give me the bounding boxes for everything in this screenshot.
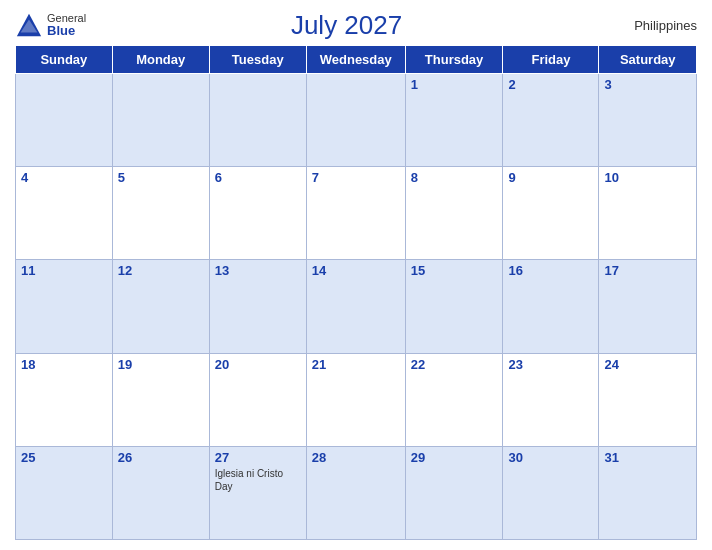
day-number: 17	[604, 263, 618, 278]
logo-icon	[15, 12, 43, 40]
calendar-day-cell	[306, 74, 405, 167]
calendar-day-cell: 22	[405, 353, 503, 446]
calendar-day-cell: 9	[503, 167, 599, 260]
day-number: 10	[604, 170, 618, 185]
day-number: 11	[21, 263, 35, 278]
event-label: Iglesia ni Cristo Day	[215, 467, 301, 493]
day-number: 18	[21, 357, 35, 372]
calendar-day-cell: 16	[503, 260, 599, 353]
logo-text: General Blue	[47, 12, 86, 38]
calendar-day-cell: 13	[209, 260, 306, 353]
calendar-day-cell: 4	[16, 167, 113, 260]
day-number: 19	[118, 357, 132, 372]
calendar-day-cell	[16, 74, 113, 167]
header-tuesday: Tuesday	[209, 46, 306, 74]
calendar-day-cell: 1	[405, 74, 503, 167]
calendar-day-cell: 24	[599, 353, 697, 446]
calendar-week-row: 252627Iglesia ni Cristo Day28293031	[16, 446, 697, 539]
calendar-week-row: 45678910	[16, 167, 697, 260]
calendar-body: 1234567891011121314151617181920212223242…	[16, 74, 697, 540]
logo: General Blue	[15, 12, 86, 40]
calendar-day-cell: 30	[503, 446, 599, 539]
header-thursday: Thursday	[405, 46, 503, 74]
day-number: 31	[604, 450, 618, 465]
day-number: 29	[411, 450, 425, 465]
day-number: 24	[604, 357, 618, 372]
day-number: 2	[508, 77, 515, 92]
header-monday: Monday	[112, 46, 209, 74]
calendar-day-cell: 7	[306, 167, 405, 260]
calendar-day-cell: 5	[112, 167, 209, 260]
calendar-day-cell: 15	[405, 260, 503, 353]
day-number: 25	[21, 450, 35, 465]
calendar-day-cell: 3	[599, 74, 697, 167]
day-number: 5	[118, 170, 125, 185]
calendar-day-cell	[112, 74, 209, 167]
calendar-day-cell: 14	[306, 260, 405, 353]
header-saturday: Saturday	[599, 46, 697, 74]
calendar-day-cell: 19	[112, 353, 209, 446]
calendar-table: Sunday Monday Tuesday Wednesday Thursday…	[15, 45, 697, 540]
calendar-title: July 2027	[86, 10, 607, 41]
day-number: 20	[215, 357, 229, 372]
calendar-header: General Blue July 2027 Philippines	[15, 10, 697, 41]
calendar-day-cell: 31	[599, 446, 697, 539]
calendar-day-cell: 28	[306, 446, 405, 539]
calendar-day-cell: 10	[599, 167, 697, 260]
calendar-day-cell: 26	[112, 446, 209, 539]
day-number: 22	[411, 357, 425, 372]
weekday-header-row: Sunday Monday Tuesday Wednesday Thursday…	[16, 46, 697, 74]
calendar-day-cell: 23	[503, 353, 599, 446]
day-number: 4	[21, 170, 28, 185]
calendar-day-cell	[209, 74, 306, 167]
calendar-day-cell: 2	[503, 74, 599, 167]
calendar-week-row: 18192021222324	[16, 353, 697, 446]
calendar-day-cell: 6	[209, 167, 306, 260]
day-number: 12	[118, 263, 132, 278]
day-number: 3	[604, 77, 611, 92]
day-number: 13	[215, 263, 229, 278]
calendar-week-row: 11121314151617	[16, 260, 697, 353]
calendar-day-cell: 17	[599, 260, 697, 353]
day-number: 27	[215, 450, 229, 465]
day-number: 7	[312, 170, 319, 185]
day-number: 30	[508, 450, 522, 465]
day-number: 1	[411, 77, 418, 92]
day-number: 16	[508, 263, 522, 278]
calendar-day-cell: 25	[16, 446, 113, 539]
header-wednesday: Wednesday	[306, 46, 405, 74]
day-number: 21	[312, 357, 326, 372]
day-number: 8	[411, 170, 418, 185]
calendar-day-cell: 11	[16, 260, 113, 353]
country-label: Philippines	[607, 18, 697, 33]
day-number: 15	[411, 263, 425, 278]
day-number: 14	[312, 263, 326, 278]
calendar-day-cell: 29	[405, 446, 503, 539]
calendar-day-cell: 12	[112, 260, 209, 353]
calendar-day-cell: 8	[405, 167, 503, 260]
header-friday: Friday	[503, 46, 599, 74]
day-number: 9	[508, 170, 515, 185]
day-number: 23	[508, 357, 522, 372]
day-number: 28	[312, 450, 326, 465]
header-sunday: Sunday	[16, 46, 113, 74]
calendar-week-row: 123	[16, 74, 697, 167]
calendar-day-cell: 21	[306, 353, 405, 446]
logo-blue-label: Blue	[47, 24, 86, 38]
calendar-day-cell: 20	[209, 353, 306, 446]
day-number: 6	[215, 170, 222, 185]
calendar-day-cell: 27Iglesia ni Cristo Day	[209, 446, 306, 539]
day-number: 26	[118, 450, 132, 465]
calendar-day-cell: 18	[16, 353, 113, 446]
